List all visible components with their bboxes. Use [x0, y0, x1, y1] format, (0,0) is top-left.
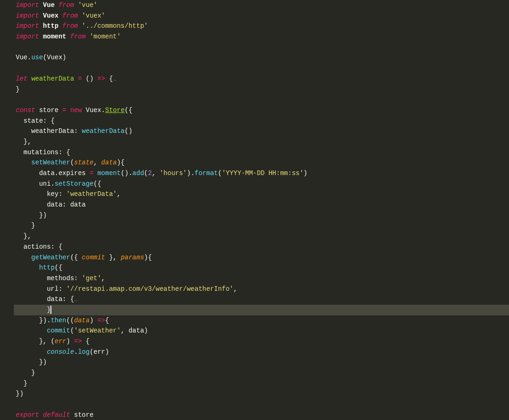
code-line[interactable]: key: 'weatherData',	[16, 189, 509, 200]
code-line[interactable]: data: {…	[16, 294, 509, 305]
line-number	[0, 94, 12, 105]
line-number	[0, 336, 12, 347]
line-number	[0, 0, 12, 11]
line-number	[0, 137, 12, 147]
code-line-current[interactable]: }	[14, 305, 509, 315]
code-line[interactable]: import Vuex from 'vuex'	[16, 11, 509, 21]
code-line[interactable]: uni.setStorage({	[16, 179, 509, 189]
line-number	[0, 410, 12, 420]
line-number	[0, 252, 12, 263]
code-line[interactable]: export default store	[16, 410, 509, 420]
code-line[interactable]: url: '//restapi.amap.com/v3/weather/weat…	[16, 284, 509, 295]
code-line[interactable]: }	[16, 84, 509, 95]
code-line[interactable]: }).then((data) =>{	[16, 315, 509, 326]
code-line[interactable]: setWeather(state, data){	[16, 157, 509, 168]
line-number	[0, 357, 12, 368]
line-number	[0, 157, 12, 168]
line-number: ⊞	[0, 74, 12, 84]
code-line[interactable]	[16, 42, 509, 53]
code-line[interactable]: }, (err) => {	[16, 336, 509, 347]
code-line[interactable]	[16, 94, 509, 105]
code-line[interactable]: data: data	[16, 200, 509, 210]
line-number-gutter: ⊞ ⊞	[0, 0, 14, 420]
line-number	[0, 315, 12, 326]
line-number	[0, 273, 12, 284]
line-number	[0, 179, 12, 189]
line-number	[0, 347, 12, 357]
code-line[interactable]: },	[16, 137, 509, 147]
line-number	[0, 326, 12, 336]
code-line[interactable]: import moment from 'moment'	[16, 31, 509, 42]
line-number	[0, 52, 12, 63]
code-line[interactable]: http({	[16, 263, 509, 273]
code-line[interactable]: state: {	[16, 116, 509, 126]
code-line[interactable]: Vue.use(Vuex)	[16, 52, 509, 63]
line-number	[0, 31, 12, 42]
line-number	[0, 63, 12, 74]
code-line[interactable]: })	[16, 210, 509, 221]
line-number	[0, 116, 12, 126]
code-area[interactable]: import Vue from 'vue' import Vuex from '…	[14, 0, 509, 420]
code-line[interactable]: getWeather({ commit }, params){	[16, 252, 509, 263]
code-line[interactable]: mutations: {	[16, 147, 509, 158]
line-number	[0, 42, 12, 53]
line-number	[0, 105, 12, 116]
code-line[interactable]: weatherData: weatherData()	[16, 126, 509, 137]
code-line[interactable]: let weatherData = () => {…	[16, 74, 509, 84]
line-number	[0, 220, 12, 231]
line-number	[0, 263, 12, 273]
line-number	[0, 189, 12, 200]
line-number	[0, 378, 12, 389]
line-number	[0, 147, 12, 158]
code-line[interactable]: methods: 'get',	[16, 273, 509, 284]
code-line[interactable]	[16, 399, 509, 410]
code-line[interactable]: }	[16, 220, 509, 231]
line-number	[0, 284, 12, 295]
line-number	[0, 168, 12, 179]
line-number	[0, 399, 12, 410]
line-number	[0, 305, 12, 315]
line-number: ⊞	[0, 294, 12, 305]
code-line[interactable]: })	[16, 357, 509, 368]
code-line[interactable]: })	[16, 389, 509, 399]
code-line[interactable]: }	[16, 378, 509, 389]
line-number	[0, 84, 12, 95]
code-editor[interactable]: ⊞ ⊞ import Vue from 'vue'	[0, 0, 509, 420]
code-line[interactable]: data.expires = moment().add(2, 'hours').…	[16, 168, 509, 179]
code-line[interactable]: console.log(err)	[16, 347, 509, 357]
line-number	[0, 200, 12, 210]
line-number	[0, 368, 12, 378]
code-line[interactable]	[16, 63, 509, 74]
code-line[interactable]: }	[16, 368, 509, 378]
code-line[interactable]: },	[16, 231, 509, 242]
code-line[interactable]: const store = new Vuex.Store({	[16, 105, 509, 116]
line-number	[0, 21, 12, 31]
line-number	[0, 242, 12, 252]
code-line[interactable]: actions: {	[16, 242, 509, 252]
line-number	[0, 11, 12, 21]
code-line[interactable]: import http from '../commons/http'	[16, 21, 509, 31]
text-cursor	[50, 306, 51, 314]
line-number	[0, 126, 12, 137]
line-number	[0, 389, 12, 399]
code-line[interactable]: import Vue from 'vue'	[16, 0, 509, 11]
line-number	[0, 231, 12, 242]
line-number	[0, 210, 12, 221]
code-line[interactable]: commit('setWeather', data)	[16, 326, 509, 336]
